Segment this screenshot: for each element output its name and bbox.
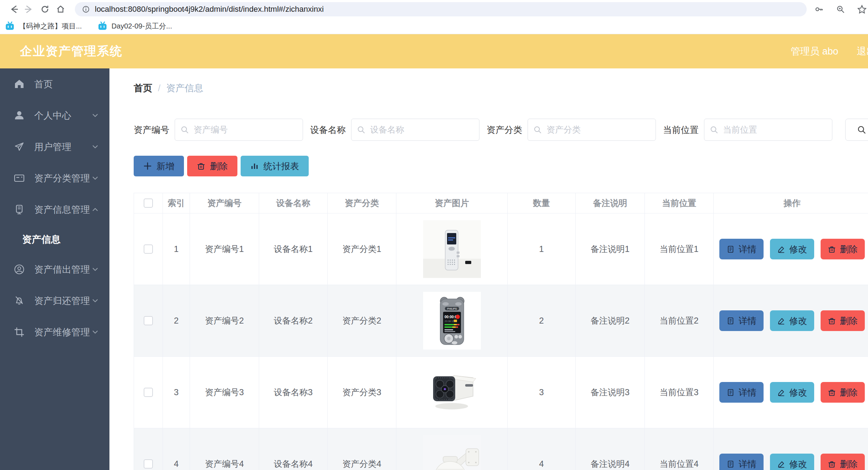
cell-quantity: 4 <box>508 428 576 470</box>
trash-icon <box>828 460 836 468</box>
bilibili-tv-icon <box>5 21 15 31</box>
sidebar-subitem-asset-info-active[interactable]: 资产信息 <box>0 225 109 254</box>
detail-button[interactable]: 详情 <box>719 454 764 470</box>
current-user-label[interactable]: 管理员 abo <box>791 45 838 58</box>
bookmark-item[interactable]: 【码神之路】项目... <box>5 21 82 31</box>
edit-button[interactable]: 修改 <box>770 239 814 259</box>
search-icon <box>857 125 866 134</box>
app-header: 企业资产管理系统 管理员 abo 退出 <box>0 34 868 68</box>
row-checkbox[interactable] <box>144 388 153 397</box>
bar-chart-icon <box>250 162 259 170</box>
detail-button[interactable]: 详情 <box>719 239 764 259</box>
asset-photo-bullet-cctv-camera <box>423 363 481 421</box>
cell-asset-no: 资产编号2 <box>190 285 259 356</box>
cell-category: 资产分类3 <box>328 357 396 428</box>
trash-icon <box>197 162 205 170</box>
browser-back-icon[interactable] <box>6 1 21 17</box>
detail-button[interactable]: 详情 <box>719 310 764 331</box>
sidebar-item-asset-category[interactable]: 资产分类管理 <box>0 162 109 194</box>
main-content: 首页 / 资产信息 资产编号 设备名称 资产分类 <box>109 68 868 470</box>
detail-button[interactable]: 详情 <box>719 382 764 403</box>
delete-button[interactable]: 删除 <box>187 156 237 176</box>
cell-index: 4 <box>163 428 190 470</box>
bookmark-star-icon[interactable] <box>856 1 868 17</box>
row-delete-button[interactable]: 删除 <box>821 239 865 259</box>
bookmark-item[interactable]: Day02-09-员工分... <box>98 21 172 31</box>
column-header-location: 当前位置 <box>645 193 714 213</box>
column-header-asset-no: 资产编号 <box>190 193 259 213</box>
location-input[interactable] <box>704 119 832 141</box>
zoom-page-icon[interactable] <box>834 1 847 17</box>
edit-label: 修改 <box>789 387 807 398</box>
document-icon <box>726 245 735 253</box>
row-checkbox[interactable] <box>144 459 153 469</box>
detail-label: 详情 <box>739 243 756 255</box>
device-name-input[interactable] <box>351 119 479 141</box>
cell-category: 资产分类1 <box>328 213 396 285</box>
browser-reload-icon[interactable] <box>37 1 53 17</box>
bookmarks-bar: 【码神之路】项目... Day02-09-员工分... <box>0 19 868 34</box>
search-icon <box>357 125 365 134</box>
bookmark-label: Day02-09-员工分... <box>112 21 172 31</box>
table-row: 1 资产编号1 设备名称1 资产分类1 <box>134 213 868 285</box>
column-header-quantity: 数量 <box>508 193 576 213</box>
chevron-down-icon <box>92 266 99 273</box>
edit-button[interactable]: 修改 <box>770 310 814 331</box>
logout-link[interactable]: 退出 <box>857 45 868 58</box>
cell-device-name: 设备名称4 <box>259 428 328 470</box>
sidebar-item-label: 资产信息管理 <box>34 203 92 216</box>
search-button[interactable]: 查询 <box>845 119 868 141</box>
sidebar-item-asset-lending[interactable]: 资产借出管理 <box>0 254 109 285</box>
filter-label: 资产分类 <box>487 124 522 136</box>
add-button-label: 新增 <box>156 160 174 172</box>
sidebar-item-personal-center[interactable]: 个人中心 <box>0 100 109 131</box>
row-checkbox[interactable] <box>144 316 153 325</box>
add-button[interactable]: 新增 <box>134 156 184 176</box>
cell-location: 当前位置3 <box>645 357 714 428</box>
asset-photo-philips-voice-recorder: PHILIPS 00:00:06 20:08:15 <box>423 292 481 350</box>
sidebar-item-user-management[interactable]: 用户管理 <box>0 131 109 162</box>
asset-photo-ptz-dome-camera <box>423 435 481 470</box>
table-row: 4 资产编号4 设备名称4 资产分类4 <box>134 428 868 470</box>
delete-button-label: 删除 <box>210 160 228 172</box>
cell-note: 备注说明4 <box>576 428 645 470</box>
url-text[interactable]: localhost:8080/springboot4j9k2/admin/dis… <box>95 5 324 14</box>
cell-note: 备注说明1 <box>576 213 645 285</box>
sidebar-item-asset-info[interactable]: 资产信息管理 <box>0 194 109 225</box>
cell-note: 备注说明3 <box>576 357 645 428</box>
sidebar-item-asset-return[interactable]: 资产归还管理 <box>0 285 109 316</box>
row-checkbox[interactable] <box>144 244 153 254</box>
detail-label: 详情 <box>739 458 756 470</box>
row-delete-button[interactable]: 删除 <box>821 454 865 470</box>
report-button[interactable]: 统计报表 <box>241 156 309 176</box>
cell-device-name: 设备名称3 <box>259 357 328 428</box>
filter-bar: 资产编号 设备名称 资产分类 <box>134 119 868 141</box>
sidebar-item-label: 用户管理 <box>34 141 92 153</box>
select-all-checkbox[interactable] <box>144 198 153 208</box>
breadcrumb-home[interactable]: 首页 <box>134 82 152 94</box>
column-header-actions: 操作 <box>714 193 868 213</box>
chevron-up-icon <box>92 206 99 213</box>
address-bar[interactable]: localhost:8080/springboot4j9k2/admin/dis… <box>75 2 807 16</box>
category-input[interactable] <box>528 119 656 141</box>
row-delete-button[interactable]: 删除 <box>821 382 865 403</box>
edit-button[interactable]: 修改 <box>770 382 814 403</box>
cell-category: 资产分类2 <box>328 285 396 356</box>
pencil-icon <box>777 245 785 253</box>
sidebar-item-home[interactable]: 首页 <box>0 68 109 100</box>
chevron-down-icon <box>92 112 99 119</box>
asset-no-input[interactable] <box>175 119 303 141</box>
sidebar-item-label: 个人中心 <box>34 109 92 122</box>
user-circle-icon <box>14 264 25 275</box>
trash-icon <box>828 245 836 253</box>
app-title: 企业资产管理系统 <box>20 43 123 60</box>
browser-home-icon[interactable] <box>53 1 68 17</box>
sidebar-item-asset-repair[interactable]: 资产维修管理 <box>0 316 109 348</box>
document-icon <box>726 460 735 468</box>
edit-button[interactable]: 修改 <box>770 454 814 470</box>
browser-forward-icon[interactable] <box>21 1 37 17</box>
trash-icon <box>828 317 836 325</box>
row-delete-button[interactable]: 删除 <box>821 310 865 331</box>
site-info-icon[interactable] <box>82 5 90 13</box>
password-key-icon[interactable] <box>813 1 825 17</box>
